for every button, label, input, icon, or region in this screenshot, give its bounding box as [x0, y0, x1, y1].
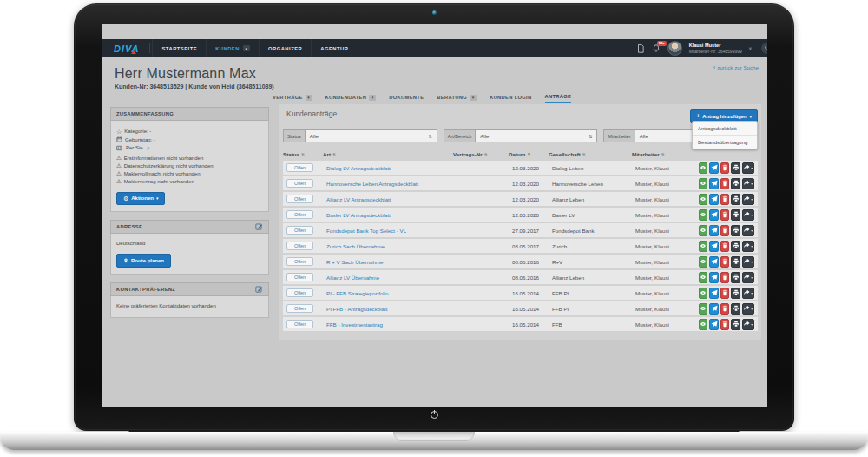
send-icon[interactable] [709, 256, 718, 268]
user-menu-chevron-icon[interactable]: ˅ [749, 46, 752, 51]
antrag-link[interactable]: FFB - Investmentantrag [326, 321, 383, 328]
view-icon[interactable] [699, 288, 707, 299]
webcam-dot [432, 10, 437, 15]
share-icon[interactable]: ▾ [742, 319, 754, 330]
print-icon[interactable] [731, 319, 740, 330]
delete-icon[interactable] [720, 225, 729, 236]
view-icon[interactable] [699, 194, 707, 205]
user-avatar[interactable] [667, 41, 682, 56]
send-icon[interactable] [709, 288, 718, 299]
print-icon[interactable] [731, 178, 740, 189]
delete-icon[interactable] [720, 272, 729, 283]
print-icon[interactable] [731, 288, 740, 299]
delete-icon[interactable] [720, 178, 729, 189]
tab[interactable]: KUNDEN LOGIN [490, 94, 531, 103]
print-icon[interactable] [731, 162, 740, 174]
antrag-link[interactable]: Dialog LV Antragsdeckblatt [326, 165, 391, 171]
share-icon[interactable]: ▾ [742, 272, 754, 283]
tab[interactable]: DOKUMENTE [389, 94, 424, 103]
column-header[interactable]: Status ⇅ [283, 151, 323, 157]
share-icon[interactable]: ▾ [742, 288, 754, 299]
share-icon[interactable]: ▾ [742, 241, 754, 252]
send-icon[interactable] [709, 319, 718, 330]
antrag-link[interactable]: Hannoversche Leben Antragsdeckblatt [326, 181, 418, 187]
column-header[interactable]: Datum ▼ [509, 151, 549, 157]
tab[interactable]: BERATUNG ▾ [437, 94, 477, 103]
delete-icon[interactable] [720, 288, 729, 299]
share-icon[interactable]: ▾ [742, 303, 754, 315]
view-icon[interactable] [699, 241, 707, 252]
edit-icon[interactable] [255, 285, 263, 293]
delete-icon[interactable] [720, 319, 729, 330]
tab[interactable]: ANTRÄGE [545, 94, 572, 103]
filter-select[interactable]: Alle ⇅ [306, 129, 437, 142]
antrag-link[interactable]: R + V Sach Übernahme [326, 259, 384, 265]
send-icon[interactable] [709, 272, 718, 283]
send-icon[interactable] [709, 241, 718, 252]
print-icon[interactable] [731, 209, 740, 221]
send-icon[interactable] [709, 194, 718, 205]
share-icon[interactable]: ▾ [742, 162, 754, 174]
share-icon[interactable]: ▾ [742, 225, 754, 236]
antrag-link[interactable]: Fondsdepot Bank Top Select - VL [326, 228, 406, 234]
share-icon[interactable]: ▾ [742, 209, 754, 221]
menu-item[interactable]: Bestandsübertragung [693, 135, 757, 149]
nav-item[interactable]: STARTSEITE [152, 39, 206, 57]
view-icon[interactable] [699, 209, 707, 221]
send-icon[interactable] [709, 303, 718, 315]
route-planen-button[interactable]: Route planen [116, 254, 171, 268]
tab[interactable]: VERTRÄGE ▾ [273, 94, 312, 103]
share-icon[interactable]: ▾ [742, 194, 754, 205]
print-icon[interactable] [731, 272, 740, 283]
antrag-link[interactable]: Allianz LV Antragsdeckblatt [326, 196, 391, 202]
print-icon[interactable] [731, 303, 740, 315]
antrag-link[interactable]: PI - FFB Strategieportfolio [326, 290, 389, 296]
nav-item[interactable]: AGENTUR [311, 39, 357, 57]
back-to-search-link[interactable]: ‹ zurück zur Suche [713, 64, 759, 70]
send-icon[interactable] [709, 225, 718, 236]
edit-icon[interactable] [255, 222, 263, 230]
notifications-bell[interactable]: 99+ [652, 43, 661, 53]
antrag-link[interactable]: PI FFB - Antragsdeckblatt [326, 306, 388, 312]
view-icon[interactable] [699, 272, 707, 283]
nav-item[interactable]: ORGANIZER [259, 39, 311, 57]
delete-icon[interactable] [720, 303, 729, 315]
tab[interactable]: KUNDENDATEN ▾ [326, 94, 377, 103]
column-header[interactable]: Gesellschaft ⇅ [549, 151, 632, 157]
share-icon[interactable]: ▾ [742, 178, 754, 189]
view-icon[interactable] [699, 303, 707, 315]
view-icon[interactable] [699, 256, 707, 268]
menu-item[interactable]: Antragsdeckblatt [693, 122, 757, 135]
antrag-link[interactable]: Basler LV Antragsdeckblatt [326, 212, 391, 218]
antrag-link[interactable]: Allianz LV Übernahme [326, 275, 379, 281]
delete-icon[interactable] [720, 256, 729, 268]
print-icon[interactable] [731, 225, 740, 236]
antrag-link[interactable]: Zurich Sach Übernahme [326, 243, 385, 249]
app-logo[interactable]: DIVA [102, 39, 148, 57]
filter-select[interactable]: Alle ⇅ [476, 129, 597, 142]
delete-icon[interactable] [720, 194, 729, 205]
document-icon[interactable] [636, 43, 645, 53]
aktionen-button[interactable]: ⚙ Aktionen ▾ [116, 192, 165, 205]
nav-item[interactable]: KUNDEN ▾ [206, 39, 259, 57]
send-icon[interactable] [709, 162, 718, 174]
share-icon[interactable]: ▾ [742, 256, 754, 268]
view-icon[interactable] [699, 162, 707, 174]
user-info[interactable]: Klausi Muster Mitarbeiter-Nr: 3648599999 [689, 43, 742, 54]
column-header[interactable]: Art ⇅ [323, 151, 453, 157]
send-icon[interactable] [709, 178, 718, 189]
print-icon[interactable] [731, 194, 740, 205]
support-phone-icon[interactable] [761, 43, 767, 54]
delete-icon[interactable] [720, 162, 729, 174]
delete-icon[interactable] [720, 209, 729, 221]
column-header[interactable]: Mitarbeiter ⇅ [632, 151, 702, 157]
view-icon[interactable] [699, 225, 707, 236]
send-icon[interactable] [709, 209, 718, 221]
print-icon[interactable] [731, 256, 740, 268]
delete-icon[interactable] [720, 241, 729, 252]
column-header[interactable]: Vertrags-Nr ⇅ [453, 151, 509, 157]
view-icon[interactable] [699, 319, 707, 330]
view-icon[interactable] [699, 178, 707, 189]
datum-cell: 12.03.2020 [512, 181, 552, 187]
print-icon[interactable] [731, 241, 740, 252]
